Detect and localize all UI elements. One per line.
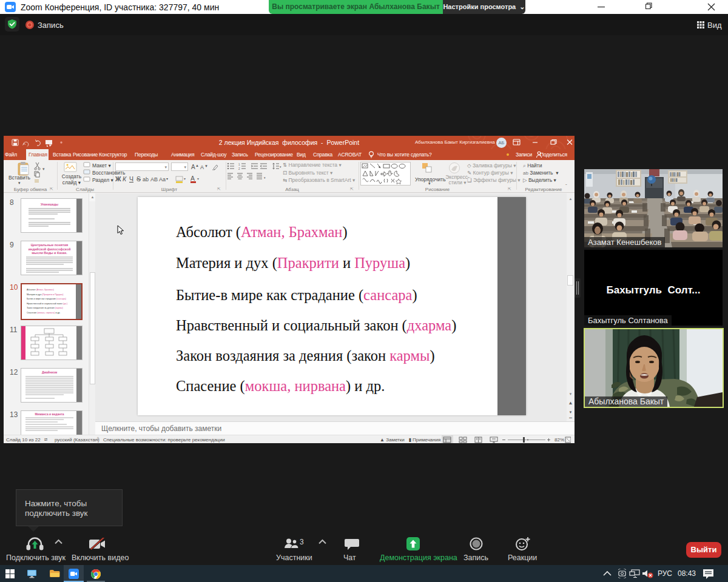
- svg-text:ab: ab: [143, 176, 149, 182]
- svg-text:▾: ▾: [264, 176, 266, 179]
- svg-text:3: 3: [300, 538, 304, 546]
- svg-text:Бытие-в мире как страдание (са: Бытие-в мире как страдание (сансара): [27, 298, 66, 300]
- svg-text:AB: AB: [150, 176, 158, 182]
- svg-text:▼: ▼: [204, 164, 208, 168]
- svg-text:Спасение (мокша, нирвана) и др: Спасение (мокша, нирвана) и др.: [27, 312, 61, 314]
- svg-text:Абсолют (Атман, Брахман): Абсолют (Атман, Брахман): [27, 289, 54, 291]
- svg-text:А: А: [190, 175, 195, 182]
- svg-text:Ж: Ж: [115, 175, 121, 182]
- svg-text:A: A: [191, 164, 195, 170]
- svg-text:2: 2: [238, 167, 240, 170]
- svg-text:▾: ▾: [166, 177, 168, 181]
- svg-text:A: A: [200, 164, 204, 170]
- svg-text:▾: ▾: [42, 167, 45, 171]
- svg-text:Нравственный и социальный зако: Нравственный и социальный закон (дх.): [27, 303, 67, 305]
- svg-text:Материя и дух (Пракрити и Пуру: Материя и дух (Пракрити и Пуруша): [27, 293, 63, 296]
- svg-text:S: S: [136, 175, 141, 182]
- svg-text:▾: ▾: [197, 177, 199, 181]
- svg-text:▲: ▲: [195, 164, 199, 167]
- svg-text:Вид: Вид: [707, 21, 722, 30]
- svg-text:Ч: Ч: [129, 175, 133, 182]
- svg-text:▾: ▾: [184, 177, 186, 181]
- svg-text:К: К: [123, 175, 127, 182]
- svg-text:▾: ▾: [280, 165, 281, 169]
- svg-text:Aa: Aa: [159, 176, 166, 182]
- svg-text:Закон воздаяния за деяния (кар: Закон воздаяния за деяния (кармы): [27, 307, 63, 309]
- svg-text:1: 1: [238, 163, 240, 166]
